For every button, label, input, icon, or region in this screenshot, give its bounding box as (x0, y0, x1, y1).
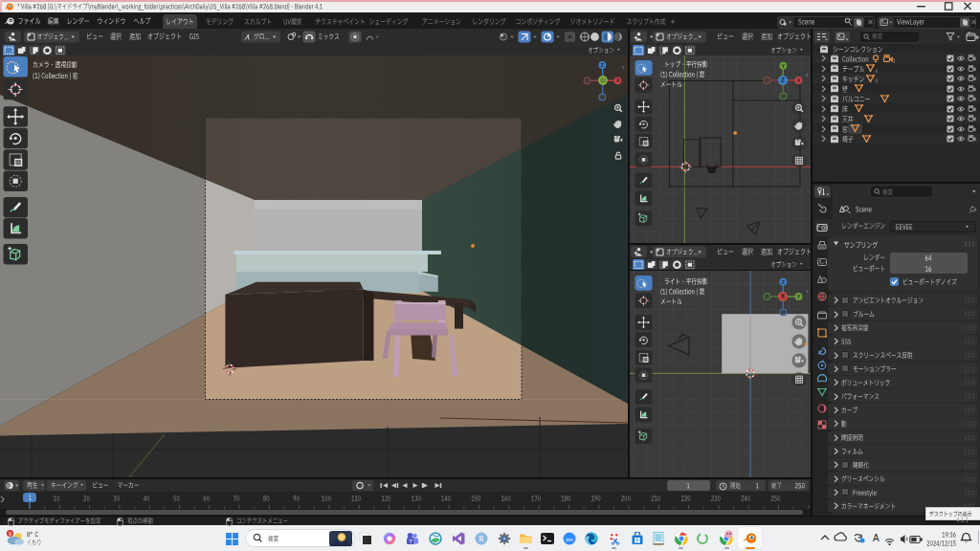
svg-text:R: R (479, 535, 484, 543)
svg-text:Y: Y (781, 63, 785, 69)
svg-text:X: X (616, 77, 620, 83)
svg-text:Z: Z (781, 77, 785, 83)
svg-text:zm: zm (566, 536, 573, 541)
svg-text:9: 9 (9, 531, 11, 537)
svg-text:X: X (797, 77, 801, 83)
svg-text:Y: Y (797, 294, 801, 299)
svg-text:X: X (781, 293, 786, 299)
svg-text:T: T (409, 538, 412, 543)
svg-text:A: A (873, 533, 880, 543)
